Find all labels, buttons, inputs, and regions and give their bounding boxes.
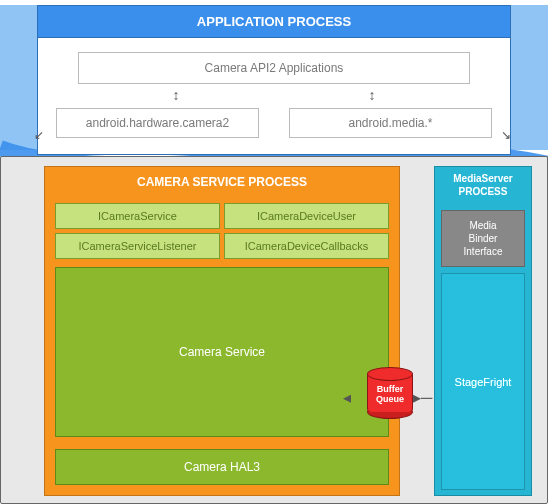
icameradeviceuser-box: ICameraDeviceUser — [224, 203, 389, 229]
aidl-grid: ICameraService ICameraDeviceUser ICamera… — [55, 203, 389, 259]
media-binder-interface-box: Media Binder Interface — [441, 210, 525, 267]
stagefright-box: StageFright — [441, 273, 525, 490]
double-arrow-icon: ↕ — [172, 88, 179, 104]
arrow-down-right-icon: ↘ — [501, 128, 511, 142]
application-process-panel: APPLICATION PROCESS Camera API2 Applicat… — [37, 5, 511, 155]
camera-service-box: Camera Service — [55, 267, 389, 437]
camera-service-process-panel: CAMERA SERVICE PROCESS ICameraService IC… — [44, 166, 400, 496]
android-hardware-camera2-box: android.hardware.camera2 — [56, 108, 259, 138]
android-media-box: android.media.* — [289, 108, 492, 138]
double-arrow-icon: ↕ — [369, 88, 376, 104]
camera-hal3-box: Camera HAL3 — [55, 449, 389, 485]
camera-service-process-title: CAMERA SERVICE PROCESS — [45, 167, 399, 197]
mediaserver-process-panel: MediaServer PROCESS Media Binder Interfa… — [434, 166, 532, 496]
buffer-queue-cylinder: Buffer Queue — [360, 367, 420, 419]
camera-api2-applications-box: Camera API2 Applications — [78, 52, 470, 84]
icameraservice-box: ICameraService — [55, 203, 220, 229]
arrow-left-icon: ◂ — [343, 388, 351, 407]
icameraservicelistener-box: ICameraServiceListener — [55, 233, 220, 259]
mediaserver-process-title: MediaServer PROCESS — [435, 167, 531, 204]
icameradevicecallbacks-box: ICameraDeviceCallbacks — [224, 233, 389, 259]
arrow-down-left-icon: ↙ — [34, 128, 44, 142]
application-process-title: APPLICATION PROCESS — [38, 6, 510, 37]
